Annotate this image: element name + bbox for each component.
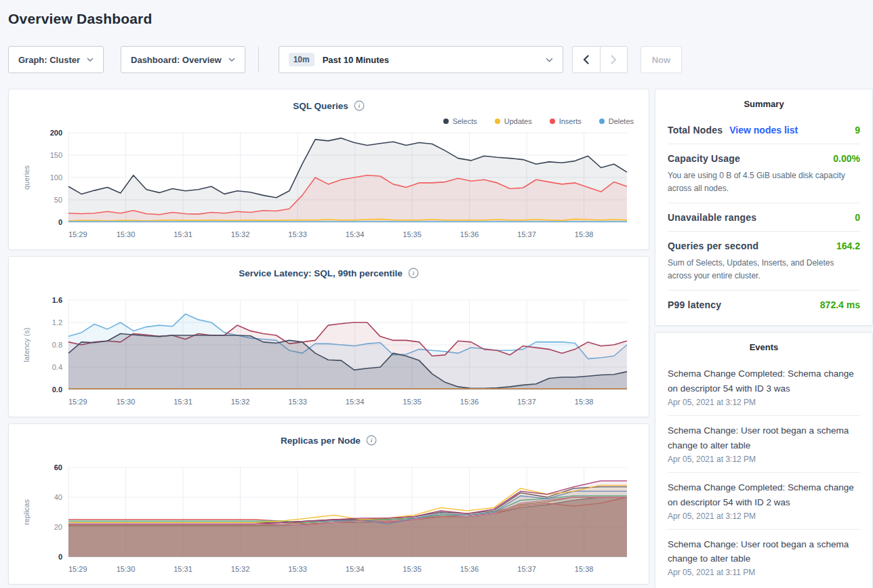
graph-selector-dropdown[interactable]: Graph: Cluster [8,46,104,73]
overview-dashboard-page: Overview Dashboard Graph: Cluster Dashbo… [0,0,873,588]
summary-row-value: 164.2 [836,240,860,251]
info-icon[interactable]: i [354,100,365,111]
event-timestamp: Apr 05, 2021 at 3:12 PM [668,455,860,464]
dashboard-selector-dropdown[interactable]: Dashboard: Overview [121,46,245,73]
legend-item-inserts[interactable]: Inserts [550,117,582,125]
summary-row: Total NodesView nodes list9 [668,116,860,144]
summary-rows: Total NodesView nodes list9Capacity Usag… [668,116,860,318]
side-column: Summary Total NodesView nodes list9Capac… [655,89,873,588]
chart-title: SQL Queries [293,101,348,111]
svg-text:15:29: 15:29 [68,398,87,406]
svg-text:0.0: 0.0 [52,385,62,394]
svg-text:15:36: 15:36 [460,565,479,573]
time-range-picker[interactable]: 10m Past 10 Minutes [279,46,563,73]
legend-spacer [20,450,638,462]
svg-text:15:38: 15:38 [575,565,594,573]
summary-row-label: Total Nodes [668,125,723,135]
summary-row-label: P99 latency [668,299,721,310]
svg-text:latency (s): latency (s) [22,328,31,362]
chart-card-sql-queries: SQL QueriesiSelectsUpdatesInsertsDeletes… [8,89,649,250]
summary-row-label: Unavailable ranges [668,212,756,223]
svg-text:replicas: replicas [22,499,31,525]
svg-text:15:37: 15:37 [517,398,536,406]
svg-text:40: 40 [54,493,62,501]
summary-row-description: Sum of Selects, Updates, Inserts, and De… [668,257,860,282]
time-range-chip: 10m [289,53,314,66]
legend-dot [550,119,555,124]
chart-plot-replicas-per-node[interactable]: 15:2915:3015:3115:3215:3315:3415:3515:36… [20,462,639,577]
event-timestamp: Apr 05, 2021 at 3:11 PM [668,568,860,577]
svg-text:200: 200 [50,129,62,137]
svg-text:15:35: 15:35 [403,565,422,573]
svg-text:15:33: 15:33 [288,565,307,573]
svg-text:15:36: 15:36 [460,230,479,238]
legend-item-selects[interactable]: Selects [443,117,477,125]
summary-row-head: Total NodesView nodes list9 [668,125,860,135]
svg-text:15:32: 15:32 [231,230,250,238]
summary-row-head: Unavailable ranges0 [668,212,860,223]
svg-text:15:32: 15:32 [231,565,250,573]
chart-card-service-latency-sql-99th-percentile: Service Latency: SQL, 99th percentilei15… [8,256,649,417]
chart-plot-service-latency-sql-99th-percentile[interactable]: 15:2915:3015:3115:3215:3315:3415:3515:36… [20,295,639,410]
summary-row-value: 0 [855,212,860,223]
svg-text:15:37: 15:37 [517,565,536,573]
legend-item-updates[interactable]: Updates [495,117,532,125]
svg-text:1.2: 1.2 [52,318,62,327]
svg-text:15:30: 15:30 [117,565,136,573]
time-prev-button[interactable] [573,47,600,72]
view-nodes-list-link[interactable]: View nodes list [729,125,798,135]
svg-text:15:35: 15:35 [403,398,422,406]
svg-text:15:34: 15:34 [346,565,365,573]
svg-text:15:31: 15:31 [174,230,192,238]
svg-text:1.6: 1.6 [52,296,62,304]
legend-label: Inserts [559,117,582,125]
event-item[interactable]: Schema Change Completed: Schema change o… [668,472,860,529]
chevron-down-icon [87,58,94,62]
summary-row-label: Queries per second [668,240,758,251]
time-range-label: Past 10 Minutes [323,55,389,65]
legend-dot [599,119,605,124]
event-message: Schema Change: User root began a schema … [668,537,860,567]
summary-panel: Summary Total NodesView nodes list9Capac… [655,89,873,326]
page-title: Overview Dashboard [8,11,873,27]
chart-card-replicas-per-node: Replicas per Nodei15:2915:3015:3115:3215… [8,423,649,585]
summary-title: Summary [668,99,860,109]
event-message: Schema Change: User root began a schema … [668,423,860,453]
graph-selector-label: Graph: Cluster [18,55,80,65]
event-item[interactable]: Schema Change: User root began a schema … [668,529,860,586]
summary-row-description: You are using 0 B of 4.5 GiB usable disk… [668,169,860,194]
event-item[interactable]: Schema Change: User root began a schema … [668,415,860,472]
event-timestamp: Apr 05, 2021 at 3:12 PM [668,511,860,521]
legend-label: Updates [504,117,532,125]
svg-text:15:33: 15:33 [288,230,307,238]
chart-title: Service Latency: SQL, 99th percentile [239,268,403,278]
time-next-button[interactable] [600,47,627,72]
legend-item-deletes[interactable]: Deletes [599,117,634,125]
legend-dot [495,119,500,124]
summary-row: Unavailable ranges0 [668,203,860,231]
info-icon[interactable]: i [366,435,377,446]
svg-text:i: i [359,102,361,109]
toolbar-divider [258,47,259,72]
svg-text:15:34: 15:34 [346,398,365,406]
dashboard-selector-label: Dashboard: Overview [131,55,222,65]
svg-text:queries: queries [22,165,31,190]
chart-title: Replicas per Node [281,436,361,446]
svg-text:60: 60 [54,463,62,471]
summary-row-value: 9 [855,125,860,135]
summary-row: Queries per second164.2Sum of Selects, U… [668,231,860,290]
svg-text:i: i [371,437,373,444]
charts-column: SQL QueriesiSelectsUpdatesInsertsDeletes… [8,89,649,588]
chart-title-row: Service Latency: SQL, 99th percentilei [20,264,638,282]
info-icon[interactable]: i [408,268,419,278]
legend-label: Selects [453,117,477,125]
chart-title-row: SQL Queriesi [20,96,638,115]
event-timestamp: Apr 05, 2021 at 3:12 PM [668,398,860,407]
svg-text:15:33: 15:33 [288,398,307,406]
event-message: Schema Change Completed: Schema change o… [668,366,860,396]
svg-text:0.4: 0.4 [52,363,62,371]
now-button[interactable]: Now [641,46,682,73]
event-item[interactable]: Schema Change Completed: Schema change o… [668,359,860,415]
chart-legend: SelectsUpdatesInsertsDeletes [20,115,638,127]
chart-plot-sql-queries[interactable]: 15:2915:3015:3115:3215:3315:3415:3515:36… [20,127,639,243]
